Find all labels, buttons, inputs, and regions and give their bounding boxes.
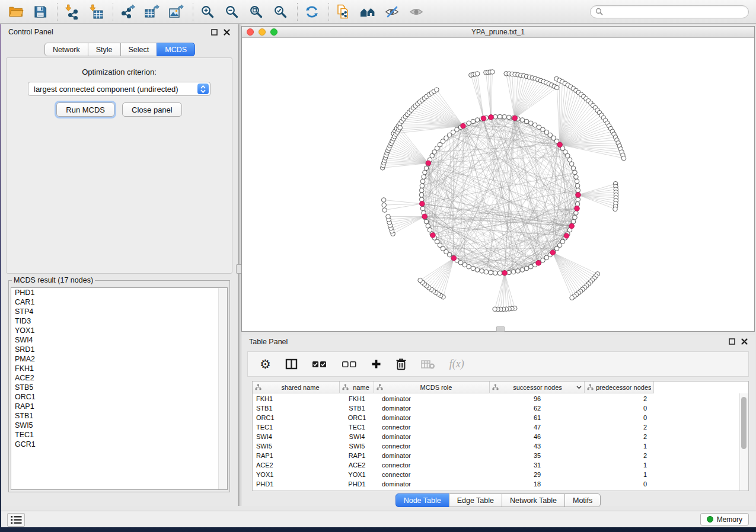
function-builder-button[interactable]: f(x) — [449, 358, 464, 370]
memory-button[interactable]: Memory — [700, 513, 749, 525]
hide-selected-button[interactable] — [383, 3, 401, 21]
table-row[interactable]: FKH1FKH1dominator962 — [253, 394, 740, 403]
graph-node[interactable] — [382, 203, 387, 207]
table-row[interactable]: STB1STB1dominator620 — [253, 403, 740, 413]
graph-node[interactable] — [575, 179, 579, 184]
graph-node[interactable] — [524, 119, 529, 124]
tab-mcds[interactable]: MCDS — [157, 43, 195, 56]
show-columns-button[interactable] — [285, 358, 298, 370]
graph-mcds-node[interactable] — [502, 271, 508, 276]
graph-node[interactable] — [467, 264, 471, 269]
graph-node[interactable] — [489, 270, 493, 275]
run-mcds-button[interactable]: Run MCDS — [56, 102, 114, 117]
graph-node[interactable] — [493, 307, 497, 312]
graph-node[interactable] — [386, 214, 391, 219]
graph-node[interactable] — [484, 270, 489, 274]
graph-node[interactable] — [497, 114, 502, 119]
graph-mcds-node[interactable] — [420, 201, 425, 207]
network-window-titlebar[interactable]: YPA_prune.txt_1 — [242, 27, 754, 38]
graph-node[interactable] — [490, 70, 495, 75]
scrollbar-thumb[interactable] — [741, 397, 747, 449]
delete-table-button[interactable] — [421, 360, 435, 369]
graph-node[interactable] — [382, 208, 387, 213]
mcds-result-item[interactable]: SWI5 — [11, 421, 227, 430]
graph-mcds-node[interactable] — [422, 214, 428, 219]
graph-mcds-node[interactable] — [489, 115, 494, 120]
graph-mcds-node[interactable] — [575, 206, 580, 211]
table-row[interactable]: SWI4SWI4dominator462 — [253, 432, 740, 441]
zoom-selected-button[interactable] — [272, 3, 289, 21]
graph-mcds-node[interactable] — [576, 193, 581, 198]
graph-node[interactable] — [520, 268, 525, 273]
tab-style[interactable]: Style — [88, 43, 121, 56]
mcds-result-item[interactable]: SWI4 — [11, 335, 227, 345]
tab-network-table[interactable]: Network Table — [502, 493, 565, 507]
zoom-fit-button[interactable] — [247, 3, 265, 21]
graph-node[interactable] — [420, 206, 425, 211]
float-panel-button[interactable] — [210, 28, 218, 36]
column-header-mcds-role[interactable]: MCDS role — [374, 382, 490, 393]
graph-node[interactable] — [613, 207, 618, 211]
zoom-out-button[interactable] — [223, 3, 241, 21]
graph-mcds-node[interactable] — [512, 116, 518, 121]
graph-node[interactable] — [471, 119, 476, 124]
graph-node[interactable] — [576, 188, 580, 193]
graph-node[interactable] — [573, 170, 578, 175]
tab-network[interactable]: Network — [44, 43, 88, 56]
graph-node[interactable] — [502, 114, 507, 119]
tab-edge-table[interactable]: Edge Table — [449, 493, 502, 507]
apply-layout-button[interactable] — [303, 3, 321, 21]
graph-node[interactable] — [575, 184, 580, 188]
zoom-in-button[interactable] — [199, 3, 216, 21]
close-panel-button[interactable] — [223, 28, 231, 36]
mcds-result-item[interactable]: YOX1 — [11, 326, 227, 335]
mcds-result-item[interactable]: TID3 — [11, 316, 227, 326]
delete-column-button[interactable] — [395, 358, 407, 370]
export-image-button[interactable] — [167, 3, 185, 21]
graph-mcds-node[interactable] — [550, 250, 556, 255]
table-row[interactable]: SWI5SWI5connector431 — [253, 441, 740, 451]
mcds-result-item[interactable]: TEC1 — [11, 430, 227, 440]
table-row[interactable]: ORC1ORC1dominator610 — [253, 413, 740, 422]
add-column-button[interactable] — [371, 359, 381, 369]
show-all-button[interactable] — [407, 3, 425, 21]
column-header-successor-nodes[interactable]: successor nodes — [490, 382, 585, 393]
graph-node[interactable] — [462, 262, 467, 267]
close-table-panel-button[interactable] — [741, 338, 748, 345]
table-row[interactable]: YOX1YOX1connector291 — [253, 470, 740, 479]
graph-node[interactable] — [566, 153, 570, 158]
graph-node[interactable] — [567, 158, 572, 162]
graph-node[interactable] — [420, 179, 425, 184]
graph-mcds-node[interactable] — [557, 142, 563, 148]
graph-node[interactable] — [574, 175, 579, 180]
mcds-result-item[interactable]: CAR1 — [11, 297, 227, 307]
status-menu-button[interactable] — [7, 513, 25, 527]
graph-node[interactable] — [529, 121, 534, 126]
graph-node[interactable] — [424, 219, 429, 224]
graph-mcds-node[interactable] — [569, 223, 575, 229]
graph-node[interactable] — [398, 126, 403, 130]
graph-node[interactable] — [419, 188, 424, 193]
mcds-result-item[interactable]: RAP1 — [11, 402, 227, 411]
first-neighbors-button[interactable] — [359, 3, 377, 21]
graph-node[interactable] — [574, 211, 579, 216]
float-table-panel-button[interactable] — [728, 338, 736, 345]
graph-node[interactable] — [511, 270, 516, 274]
graph-node[interactable] — [424, 166, 429, 171]
graph-node[interactable] — [422, 175, 426, 180]
graph-node[interactable] — [467, 121, 471, 126]
graph-node[interactable] — [435, 88, 439, 92]
horizontal-splitter-handle[interactable] — [496, 326, 505, 332]
graph-node[interactable] — [497, 271, 502, 275]
select-all-rows-button[interactable] — [312, 361, 327, 368]
table-row[interactable]: PHD1PHD1dominator180 — [253, 479, 740, 489]
graph-node[interactable] — [381, 198, 386, 203]
column-header-shared-name[interactable]: shared name — [253, 382, 340, 393]
graph-node[interactable] — [554, 85, 559, 90]
table-settings-button[interactable]: ⚙ — [260, 358, 271, 370]
graph-node[interactable] — [475, 118, 480, 123]
table-scrollbar[interactable] — [739, 393, 748, 491]
graph-node[interactable] — [516, 269, 521, 274]
table-row[interactable]: TEC1TEC1connector472 — [253, 422, 740, 432]
graph-mcds-node[interactable] — [461, 123, 466, 129]
